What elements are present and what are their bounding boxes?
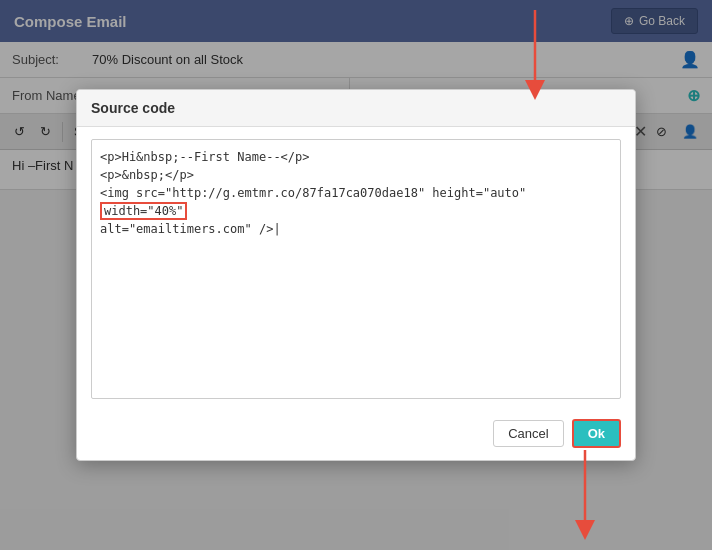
highlighted-width: width="40%" — [100, 202, 187, 220]
modal-footer: Cancel Ok — [77, 411, 635, 460]
ok-button[interactable]: Ok — [572, 419, 621, 448]
modal-overlay: Source code <p>Hi&nbsp;--First Name--</p… — [0, 0, 712, 550]
arrow-2 — [545, 450, 625, 540]
code-line-4: alt="emailtimers.com" />| — [100, 222, 281, 236]
code-line-2: <p>&nbsp;</p> — [100, 168, 194, 182]
source-code-modal: Source code <p>Hi&nbsp;--First Name--</p… — [76, 89, 636, 461]
source-code-display[interactable]: <p>Hi&nbsp;--First Name--</p> <p>&nbsp;<… — [91, 139, 621, 399]
code-line-3: <img src="http://g.emtmr.co/87fa17ca070d… — [100, 186, 526, 200]
modal-title: Source code — [77, 90, 635, 127]
arrow-1 — [495, 10, 575, 100]
cancel-button[interactable]: Cancel — [493, 420, 563, 447]
code-line-1: <p>Hi&nbsp;--First Name--</p> — [100, 150, 310, 164]
modal-body: <p>Hi&nbsp;--First Name--</p> <p>&nbsp;<… — [77, 127, 635, 411]
